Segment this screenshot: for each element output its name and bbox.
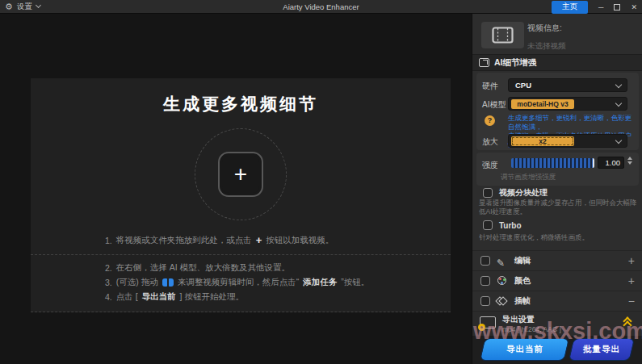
turbo-checkbox[interactable] <box>483 220 493 230</box>
step-up-icon[interactable] <box>627 157 632 160</box>
strength-hint: 调节画质增强强度 <box>501 173 556 182</box>
settings-menu[interactable]: ⚙ 设置 <box>0 2 40 12</box>
step-down-icon[interactable] <box>627 161 632 165</box>
step-text: 在右侧，选择 AI 模型、放大倍数及其他设置。 <box>116 262 290 274</box>
collapse-double-chevron-icon[interactable] <box>623 318 633 329</box>
chevron-down-icon <box>615 100 622 107</box>
turbo-label: Turbo <box>499 221 522 230</box>
video-info-empty: 未选择视频 <box>527 41 566 52</box>
collapse-icon[interactable]: − <box>628 295 635 308</box>
step-text: (可选) 拖动 <box>116 277 158 288</box>
step-text: 点击 [ <box>116 291 138 303</box>
turbo-description: 针对处理速度优化，稍微牺牲画质。 <box>479 233 637 242</box>
chevron-down-icon <box>36 2 41 8</box>
strength-slider[interactable] <box>511 158 594 168</box>
color-label: 颜色 <box>514 275 531 287</box>
instruction-step-2: 2. 在右侧，选择 AI 模型、放大倍数及其他设置。 <box>105 262 290 274</box>
maximize-icon[interactable] <box>614 4 620 10</box>
strength-value[interactable]: 1.00 <box>598 157 624 169</box>
minimize-icon[interactable]: ─ <box>598 3 603 11</box>
dropzone-panel[interactable]: 生成更多视频细节 + 1. 将视频或文件夹拖放到此处，或点击 + 按钮以加载视频… <box>31 78 451 312</box>
instruction-step-3: 3. (可选) 拖动 来调整视频剪辑时间，然后点击“添加任务”按钮。 <box>105 277 369 288</box>
frame-interp-label: 插帧 <box>514 295 531 307</box>
app-title: Aiarty Video Enhancer <box>0 2 642 11</box>
step-text: ] 按钮开始处理。 <box>180 291 244 303</box>
edit-label: 编辑 <box>514 255 531 266</box>
window-controls: 主页 ─ ✕ <box>552 0 637 14</box>
step-text: 来调整视频剪辑时间，然后点击“ <box>178 277 300 288</box>
app-window: ⚙ 设置 Aiarty Video Enhancer 主页 ─ ✕ 生成更多视频… <box>0 0 642 364</box>
hardware-value: CPU <box>515 81 531 90</box>
turbo-row: Turbo <box>483 220 522 230</box>
step-number: 4. <box>105 292 112 302</box>
strength-block: 强度 1.00 调节画质增强强度 <box>476 153 639 186</box>
step-number: 2. <box>105 263 112 273</box>
edit-icon: ✎ <box>497 255 508 266</box>
sidebar: 视频信息: 未选择视频 AI细节增强 硬件 CPU AI模型 moDetail-… <box>472 14 642 364</box>
dropzone-circle: + <box>195 128 287 220</box>
section-edit[interactable]: ✎ 编辑 + <box>472 250 642 270</box>
chevron-down-icon <box>615 82 622 88</box>
film-icon <box>492 27 514 44</box>
home-button[interactable]: 主页 <box>552 1 588 14</box>
chunk-label: 视频分块处理 <box>499 187 548 199</box>
add-video-button[interactable]: + <box>218 152 263 197</box>
close-icon[interactable]: ✕ <box>631 3 637 11</box>
ai-detail-icon <box>479 58 489 67</box>
step-text: 按钮以加载视频。 <box>266 235 334 246</box>
help-icon[interactable]: ? <box>485 115 495 126</box>
model-value-pill: moDetail-HQ v3 <box>511 99 574 109</box>
model-desc-line1: 生成更多细节，更锐利，更清晰，色彩更自然饱满， <box>508 114 636 132</box>
chevron-down-icon <box>615 137 622 144</box>
frames-icon <box>497 295 508 307</box>
step-number: 1. <box>105 236 112 245</box>
chunk-checkbox[interactable] <box>483 188 493 198</box>
hardware-select[interactable]: CPU <box>508 78 627 92</box>
model-select[interactable]: moDetail-HQ v3 <box>508 97 627 111</box>
upscale-value-pill: x2 <box>511 136 574 146</box>
palette-icon <box>497 275 508 287</box>
video-thumbnail[interactable] <box>481 22 524 48</box>
step-text: 将视频或文件夹拖放到此处，或点击 <box>116 235 252 246</box>
model-label: AI模型 <box>482 99 506 111</box>
export-current-button[interactable]: 导出当前 <box>480 338 569 361</box>
strength-label: 强度 <box>482 160 498 171</box>
settings-label: 设置 <box>17 2 32 12</box>
strength-stepper[interactable] <box>627 157 632 165</box>
gear-icon: ⚙ <box>5 2 13 11</box>
section-color[interactable]: 颜色 + <box>472 270 642 291</box>
export-button-row: 导出当前 批量导出 <box>472 336 642 364</box>
hardware-label: 硬件 <box>482 81 498 92</box>
export-format: mp4 [ H.264, AAC ] <box>502 325 561 333</box>
instruction-step-4: 4. 点击 [ 导出当前 ] 按钮开始处理。 <box>105 291 244 303</box>
expand-icon[interactable]: + <box>628 274 635 287</box>
chunk-row: 视频分块处理 <box>483 187 548 199</box>
edit-checkbox[interactable] <box>480 256 490 266</box>
export-settings-icon <box>480 316 496 328</box>
batch-export-button[interactable]: 批量导出 <box>569 338 635 361</box>
section-frame-interp[interactable]: 插帧 − <box>472 291 642 311</box>
main-area: 生成更多视频细节 + 1. 将视频或文件夹拖放到此处，或点击 + 按钮以加载视频… <box>0 14 472 364</box>
chunk-description: 显著提升图像质量并减少显存占用，但同时会大幅降低AI处理速度。 <box>479 199 637 216</box>
ai-detail-title: AI细节增强 <box>494 57 537 69</box>
gear-badge-icon <box>478 324 485 331</box>
titlebar: ⚙ 设置 Aiarty Video Enhancer 主页 ─ ✕ <box>0 0 642 14</box>
frame-interp-checkbox[interactable] <box>480 296 490 306</box>
step-number: 3. <box>105 278 112 287</box>
color-checkbox[interactable] <box>480 276 490 286</box>
ai-detail-section-header[interactable]: AI细节增强 <box>472 54 642 71</box>
video-info-label: 视频信息: <box>527 23 562 34</box>
dropzone-title: 生成更多视频细节 <box>31 93 451 115</box>
export-current-ref: 导出当前 <box>142 291 176 303</box>
upscale-select[interactable]: x2 <box>508 134 627 148</box>
trim-handles-icon <box>162 278 174 287</box>
expand-icon[interactable]: + <box>628 254 635 267</box>
instruction-step-1: 1. 将视频或文件夹拖放到此处，或点击 + 按钮以加载视频。 <box>105 234 334 246</box>
ai-settings-block: 硬件 CPU AI模型 moDetail-HQ v3 ? 生成更多细节，更锐利，… <box>476 73 639 150</box>
export-settings-block[interactable]: 导出设置 mp4 [ H.264, AAC ] <box>472 311 642 336</box>
dashed-divider <box>31 254 451 255</box>
add-task-ref: 添加任务 <box>303 277 337 288</box>
export-settings-title: 导出设置 <box>502 314 535 325</box>
step-text: ”按钮。 <box>341 277 369 288</box>
upscale-label: 放大 <box>482 136 498 148</box>
